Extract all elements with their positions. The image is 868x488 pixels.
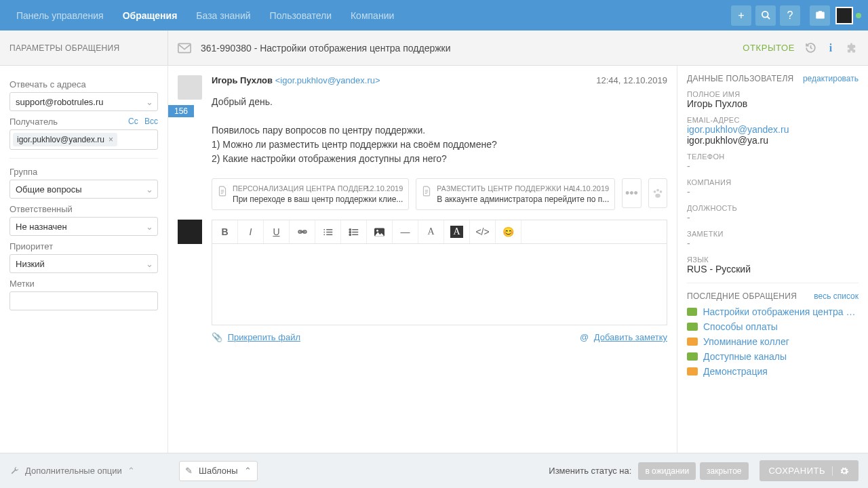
ticket-params-panel: Отвечать с адреса support@robotrules.ru⌄… [0,66,168,453]
conversation-panel: 156 Игорь Пухлов <igor.pukhlov@yandex.ru… [168,66,677,453]
status-pending-button[interactable]: в ожидании [638,462,696,480]
recent-ticket-link[interactable]: Способы оплаты [703,321,778,332]
user-full-name: Игорь Пухлов [687,98,859,109]
user-language: RUS - Русский [687,264,859,274]
bg-color-button[interactable]: A [444,220,470,243]
recent-ticket-item[interactable]: Настройки отображения центра по... [687,306,859,317]
mail-icon [687,323,698,331]
emoji-button[interactable]: 😊 [496,220,521,243]
hr-button[interactable]: — [393,220,418,243]
change-status-label: Изменить статус на: [549,466,631,476]
extra-options-toggle[interactable]: Дополнительные опции [25,466,122,476]
tags-label: Метки [9,279,158,289]
kb-more-button[interactable]: ••• [622,178,641,208]
priority-select[interactable]: Низкий⌄ [9,254,158,273]
image-button[interactable] [367,220,393,243]
info-icon[interactable]: i [821,38,841,58]
recipient-chip[interactable]: igor.pukhlov@yandex.ru× [13,133,117,146]
chevron-down-icon: ⌄ [146,97,153,107]
sender-name: Игорь Пухлов [212,75,273,85]
recent-ticket-item[interactable]: Доступные каналы [687,351,859,362]
avatar [835,7,853,24]
msg-line: Добрый день. [212,95,667,109]
recipient-label: Получатель [9,117,58,127]
user-data-panel: ДАННЫЕ ПОЛЬЗОВАТЕЛЯ редактировать ПОЛНОЕ… [677,66,868,453]
recent-ticket-link[interactable]: Упоминание коллег [703,336,789,347]
top-nav: Панель управления Обращения База знаний … [7,1,403,30]
svg-point-29 [349,234,351,235]
bottom-bar: Дополнительные опции ⌃ ✎ Шаблоны ⌃ Измен… [0,453,868,488]
recent-ticket-link[interactable]: Настройки отображения центра по... [703,306,859,317]
nav-tickets[interactable]: Обращения [113,1,187,30]
wrench-icon [9,466,20,476]
link-button[interactable] [290,220,315,243]
history-icon[interactable] [800,38,821,58]
search-button[interactable] [755,5,776,26]
status-open: ОТКРЫТОЕ [743,43,795,53]
recent-tickets-header: ПОСЛЕДНИЕ ОБРАЩЕНИЯ [687,291,797,301]
list-ordered-button[interactable] [315,220,341,243]
recent-ticket-link[interactable]: Доступные каналы [703,351,787,362]
group-select[interactable]: Общие вопросы⌄ [9,180,158,199]
priority-label: Приоритет [9,241,158,251]
bcc-link[interactable]: Bcc [144,117,158,126]
add-note-link[interactable]: Добавить заметку [594,332,667,342]
mail-icon [687,352,698,361]
svg-point-27 [349,228,351,230]
svg-point-13 [659,190,662,193]
top-bar: Панель управления Обращения База знаний … [0,0,868,30]
reply-from-select[interactable]: support@robotrules.ru⌄ [9,92,158,111]
nav-users[interactable]: Пользователи [260,1,341,30]
svg-point-11 [653,190,656,193]
kb-suggestion-card[interactable]: РАЗМЕСТИТЬ ЦЕНТР ПОДДЕРЖКИ НА ... 14.10.… [416,178,615,210]
kb-suggestion-card[interactable]: ПЕРСОНАЛИЗАЦИЯ ЦЕНТРА ПОДДЕР... 12.10.20… [212,178,409,210]
nav-dashboard[interactable]: Панель управления [7,1,113,30]
save-button[interactable]: СОХРАНИТЬ [760,460,859,481]
nav-kb[interactable]: База знаний [186,1,260,30]
kb-paw-button[interactable] [648,178,667,208]
tags-input[interactable] [9,291,158,310]
recent-ticket-item[interactable]: Упоминание коллег [687,336,859,347]
recent-ticket-link[interactable]: Демонстрация [703,366,768,377]
text-color-button[interactable]: A [418,220,444,243]
agent-avatar [178,220,202,244]
list-bullet-button[interactable] [341,220,367,243]
all-tickets-link[interactable]: весь список [814,291,859,301]
reply-editor[interactable] [212,244,667,325]
nav-companies[interactable]: Компании [341,1,403,30]
at-icon: @ [580,332,589,342]
assignee-select[interactable]: Не назначен⌄ [9,217,158,236]
user-email: igor.pukhlov@ya.ru [687,135,859,146]
svg-point-31 [376,229,378,231]
recipient-field[interactable]: igor.pukhlov@yandex.ru× [9,129,158,150]
user-menu[interactable] [835,7,861,24]
help-button[interactable]: ? [780,5,800,26]
editor-toolbar: B I U — A A </> 😊 [212,220,667,244]
svg-rect-4 [178,43,191,52]
apps-button[interactable] [810,5,830,26]
italic-button[interactable]: I [238,220,264,243]
user-email[interactable]: igor.pukhlov@yandex.ru [687,124,859,135]
templates-button[interactable]: ✎ Шаблоны ⌃ [179,461,258,481]
attach-file-link[interactable]: Прикрепить файл [228,332,300,342]
recent-ticket-item[interactable]: Способы оплаты [687,321,859,332]
sender-email[interactable]: <igor.pukhlov@yandex.ru> [275,75,380,85]
message-timestamp: 12:44, 12.10.2019 [596,75,667,85]
message-count-badge: 156 [168,105,194,117]
msg-line: 1) Можно ли разместить центр поддержки н… [212,138,667,152]
puzzle-icon[interactable] [841,38,861,58]
remove-chip-icon[interactable]: × [108,135,113,144]
underline-button[interactable]: U [264,220,290,243]
bold-button[interactable]: B [212,220,238,243]
msg-line: 2) Какие настройки отображения доступны … [212,152,667,166]
assignee-label: Ответственный [9,204,158,214]
edit-user-link[interactable]: редактировать [803,74,859,83]
status-closed-button[interactable]: закрытое [700,462,748,480]
gear-icon[interactable] [832,466,849,476]
recent-ticket-item[interactable]: Демонстрация [687,366,859,377]
mail-icon [687,367,698,375]
cc-link[interactable]: Cc [128,117,138,126]
code-button[interactable]: </> [470,220,496,243]
new-button[interactable]: + [731,5,751,26]
mail-icon [178,43,191,54]
